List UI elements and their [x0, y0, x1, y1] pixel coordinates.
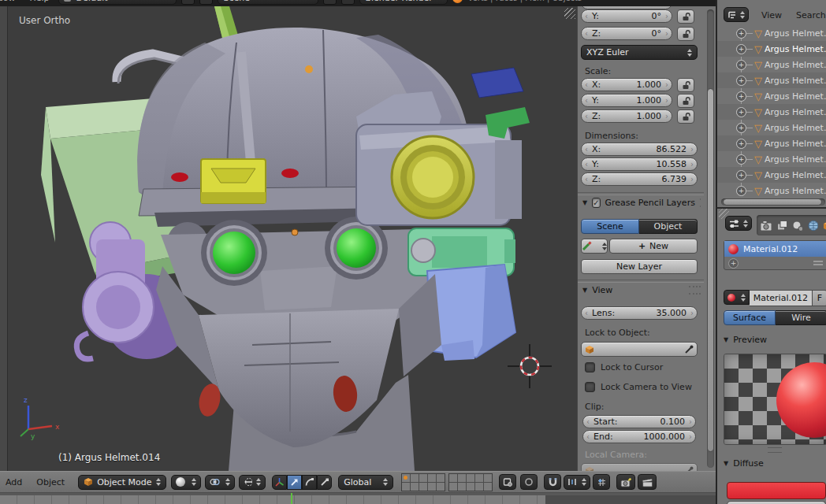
layer-cell[interactable] — [419, 483, 427, 491]
outliner-scrollbar[interactable] — [721, 198, 825, 206]
diffuse-panel-header[interactable]: ▼ Diffuse — [724, 458, 823, 469]
clip-end-field[interactable]: ‹ End: 1000.000 › — [582, 430, 696, 443]
delete-scene-button[interactable] — [341, 0, 355, 5]
gp-new-layer-button[interactable]: New Layer — [581, 259, 698, 274]
list-grip-icon[interactable] — [813, 261, 823, 265]
layer-cell[interactable] — [437, 474, 445, 482]
outliner-item[interactable]: +▽Argus Helmet.0 — [717, 183, 826, 198]
layer-grid-2[interactable] — [448, 473, 493, 491]
gp-scene-button[interactable]: Scene — [581, 219, 639, 234]
lock-rotation-z-button[interactable] — [677, 27, 694, 41]
viewport-3d[interactable]: z x y User Ortho (1) Argus Helmet.014 — [0, 6, 577, 471]
dimension-z-field[interactable]: ‹ Z: 6.739 › — [581, 172, 698, 186]
lock-scale-z-button[interactable] — [677, 109, 694, 124]
rotation-y-field[interactable]: ‹ Y: 0° › — [581, 9, 672, 23]
tab-world-icon[interactable] — [807, 220, 818, 232]
layout-dropdown[interactable]: Default — [58, 0, 177, 5]
outliner-menu-view[interactable]: View — [761, 10, 782, 20]
render-engine-dropdown[interactable]: Blender Render — [359, 0, 448, 5]
manipulator-circle-button[interactable] — [520, 474, 538, 490]
tab-render-camera-icon[interactable] — [760, 220, 772, 232]
fake-user-button[interactable]: F — [813, 290, 826, 306]
expand-icon[interactable]: + — [736, 154, 746, 165]
lock-scale-y-button[interactable] — [677, 94, 694, 108]
diffuse-color-swatch[interactable] — [727, 482, 826, 499]
preview-resize-grip[interactable] — [768, 447, 782, 453]
outliner-item[interactable]: +▽Argus Helmet.0 — [717, 167, 826, 183]
lock-scale-x-button[interactable] — [677, 78, 694, 92]
outliner-item[interactable]: +▽Argus Helmet.0 — [717, 88, 826, 104]
lock-camera-row[interactable]: Lock Camera to View — [585, 382, 692, 392]
tab-object-icon[interactable] — [823, 220, 826, 232]
surface-tab-button[interactable]: Surface — [724, 310, 776, 325]
scene-dropdown[interactable]: Scene — [218, 0, 318, 5]
expand-icon[interactable]: + — [736, 107, 746, 117]
menu-help[interactable]: Help — [24, 0, 54, 3]
snap-target-button[interactable] — [593, 474, 610, 490]
dimension-x-field[interactable]: ‹ X: 86.522 › — [581, 143, 698, 156]
proportional-editing-dropdown[interactable] — [239, 475, 266, 490]
menu-add[interactable]: Add — [2, 477, 26, 487]
outliner-item[interactable]: +▽Argus Helmet.0 — [717, 104, 826, 120]
snap-element-dropdown[interactable] — [564, 475, 590, 490]
tab-render-layers-icon[interactable] — [776, 220, 787, 232]
layer-cell[interactable] — [458, 474, 466, 482]
lock-to-scene-button[interactable] — [499, 474, 516, 490]
layer-cell[interactable] — [449, 483, 457, 491]
layer-cell-active[interactable] — [402, 474, 410, 482]
scale-x-field[interactable]: ‹ X: 1.000 › — [581, 78, 672, 91]
expand-icon[interactable]: + — [736, 28, 746, 39]
lock-to-cursor-checkbox[interactable] — [585, 362, 595, 372]
orientation-dropdown[interactable]: Global — [338, 475, 393, 490]
manipulator-toggle-button[interactable] — [272, 475, 287, 490]
expand-icon[interactable]: + — [736, 123, 746, 133]
scale-z-field[interactable]: ‹ Z: 1.000 › — [581, 109, 672, 123]
layer-cell[interactable] — [402, 483, 410, 491]
region-resize-grip[interactable] — [564, 8, 575, 19]
model-goggle-left[interactable] — [201, 220, 267, 286]
clip-start-field[interactable]: ‹ Start: 0.100 › — [582, 415, 696, 428]
add-layout-button[interactable] — [181, 0, 195, 5]
lens-field[interactable]: ‹ Lens: 35.000 › — [581, 306, 698, 320]
gp-new-button[interactable]: + New — [609, 239, 698, 254]
expand-icon[interactable]: + — [736, 60, 746, 70]
timeline-strip[interactable] — [0, 493, 716, 504]
wire-tab-button[interactable]: Wire — [776, 310, 826, 325]
preview-panel-header[interactable]: ▼ Preview — [724, 335, 823, 345]
tab-scene-icon[interactable] — [791, 220, 802, 232]
layer-cell[interactable] — [428, 483, 436, 491]
add-scene-button[interactable] — [323, 0, 337, 5]
mode-dropdown[interactable]: Object Mode — [78, 475, 166, 490]
outliner-item[interactable]: +▽Argus Helmet.0 — [717, 151, 826, 167]
delete-layout-button[interactable] — [199, 0, 213, 5]
layer-cell[interactable] — [484, 483, 492, 491]
viewport-shading-dropdown[interactable] — [171, 475, 201, 490]
rotation-mode-dropdown[interactable]: XYZ Euler — [581, 45, 698, 60]
local-camera-field[interactable] — [581, 463, 698, 471]
lock-rotation-y-button[interactable] — [677, 9, 694, 24]
menu-window[interactable]: Window — [0, 0, 20, 3]
scale-y-field[interactable]: ‹ Y: 1.000 › — [581, 94, 672, 107]
lock-camera-checkbox[interactable] — [585, 382, 595, 392]
layer-cell[interactable] — [475, 474, 483, 482]
outliner-item[interactable]: +▽Argus Helmet.0 — [717, 72, 826, 88]
layer-cell[interactable] — [484, 474, 492, 482]
outliner-item[interactable]: +▽Argus Helmet.0 — [717, 25, 826, 41]
layer-cell[interactable] — [475, 483, 483, 491]
material-slot-active[interactable]: Material.012 — [724, 241, 826, 257]
expand-icon[interactable]: + — [736, 170, 746, 180]
current-frame-marker[interactable] — [291, 493, 292, 504]
grease-pencil-checkbox[interactable]: ✓ — [592, 198, 600, 208]
layer-cell[interactable] — [411, 483, 419, 491]
outliner-item[interactable]: +▽Argus Helmet.0 — [717, 57, 826, 72]
outliner-item[interactable]: +▽Argus Helmet.0 — [717, 120, 826, 135]
expand-icon[interactable]: + — [736, 186, 746, 196]
layer-grid-1[interactable] — [401, 473, 445, 491]
layer-cell[interactable] — [437, 483, 445, 491]
model-red-dot-right[interactable] — [281, 169, 299, 178]
outliner-menu-search[interactable]: Search — [796, 10, 826, 20]
expand-icon[interactable]: + — [736, 91, 746, 102]
material-name-field[interactable]: Material.012 — [750, 290, 813, 306]
diffuse-intensity-slider-partial[interactable] — [727, 501, 826, 504]
layer-cell[interactable] — [428, 474, 436, 482]
